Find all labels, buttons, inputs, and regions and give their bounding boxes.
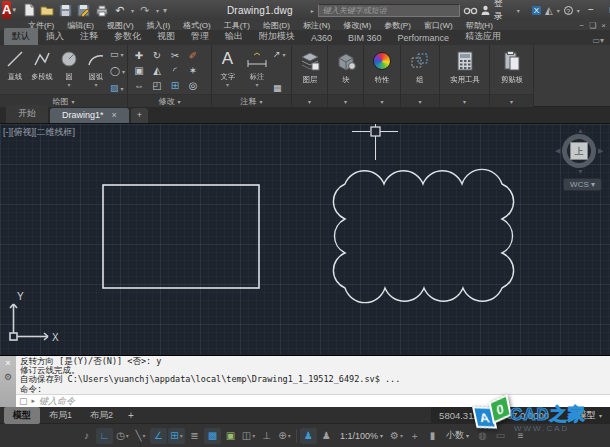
drawing-canvas[interactable]: Y X bbox=[0, 124, 610, 355]
3d-osnap-toggle[interactable]: ◫▾ bbox=[240, 428, 257, 444]
doc-close-button[interactable]: × bbox=[601, 21, 606, 30]
file-tab-drawing1[interactable]: Drawing1* × bbox=[50, 108, 129, 123]
rotate-icon[interactable]: ↻ bbox=[153, 49, 161, 62]
command-close-icon[interactable]: × bbox=[5, 358, 10, 368]
dimension-button[interactable]: 标注 ▾ bbox=[242, 48, 272, 87]
new-file-icon[interactable] bbox=[23, 4, 37, 17]
app-menu-button[interactable]: A bbox=[2, 1, 11, 19]
ribbon-tab-a360[interactable]: A360 bbox=[303, 31, 340, 45]
search-expand-icon[interactable]: ▸ bbox=[311, 7, 314, 14]
wcs-dropdown[interactable]: WCS ▾ bbox=[563, 178, 602, 191]
ribbon-tab-bim360[interactable]: BIM 360 bbox=[340, 31, 390, 45]
viewport-controls[interactable]: [-][俯视][二维线框] bbox=[3, 126, 75, 139]
lineweight-toggle[interactable]: ≣ bbox=[186, 428, 203, 444]
isodraft-toggle[interactable]: ╲▾ bbox=[132, 428, 149, 444]
tab-layout1[interactable]: 布局1 bbox=[40, 407, 81, 424]
block-button[interactable]: 块 bbox=[330, 48, 361, 85]
ribbon-display-toggle-icon[interactable]: ▭▾ bbox=[592, 36, 604, 45]
file-tab-close-icon[interactable]: × bbox=[112, 110, 117, 120]
text-button[interactable]: A 文字 ▾ bbox=[214, 48, 241, 87]
clean-screen-button[interactable]: ▭ bbox=[492, 428, 509, 444]
graphics-performance-toggle[interactable]: ◍ bbox=[474, 428, 491, 444]
ribbon-tab-featured-apps[interactable]: 精选应用 bbox=[457, 28, 509, 45]
ribbon-tab-insert[interactable]: 插入 bbox=[38, 28, 72, 45]
a360-alert-icon[interactable]: ◭ bbox=[545, 5, 553, 16]
viewcube-north-icon[interactable]: ▲ bbox=[577, 127, 584, 134]
new-layout-button[interactable]: + bbox=[122, 410, 140, 421]
dimension-flyout-icon[interactable]: ▾ bbox=[255, 83, 258, 87]
file-tab-start[interactable]: 开始 bbox=[6, 105, 48, 123]
search-binoculars-icon[interactable] bbox=[464, 6, 477, 15]
autoscale-toggle[interactable]: ♟ bbox=[318, 428, 335, 444]
fillet-icon[interactable]: ◜ bbox=[173, 64, 177, 77]
isolate-objects-button[interactable]: ▮ bbox=[424, 428, 441, 444]
object-snap-toggle[interactable]: ⊞▾ bbox=[168, 428, 185, 444]
ribbon-tab-manage[interactable]: 管理 bbox=[183, 28, 217, 45]
undo-icon[interactable]: ↶ bbox=[113, 4, 127, 17]
stretch-icon[interactable]: ⇔ bbox=[134, 79, 144, 92]
search-input[interactable]: 键入关键字或短语 bbox=[318, 4, 460, 17]
scale-icon[interactable]: ◰ bbox=[152, 79, 161, 92]
ribbon-tab-output[interactable]: 输出 bbox=[217, 28, 251, 45]
panel-properties-expand[interactable]: ▾ bbox=[364, 94, 400, 107]
save-icon[interactable] bbox=[59, 4, 73, 17]
window-minimize-button[interactable]: − bbox=[580, 0, 602, 20]
ribbon-tab-parametric[interactable]: 参数化 bbox=[106, 28, 149, 45]
panel-modify-title[interactable]: 修改▾ bbox=[128, 94, 211, 107]
panel-group-expand[interactable]: ▾ bbox=[401, 94, 439, 107]
coordinates-display[interactable]: 5804.312 67 0.0000 模型▾ bbox=[431, 407, 610, 424]
revision-cloud-entity[interactable] bbox=[333, 169, 513, 302]
explode-icon[interactable]: ✶ bbox=[189, 64, 197, 77]
window-maximize-button[interactable]: □ bbox=[602, 0, 610, 20]
viewcube-top-face[interactable]: 上 bbox=[570, 142, 588, 160]
layers-button[interactable]: 图层 bbox=[294, 48, 325, 85]
table-button[interactable]: ▦ bbox=[273, 83, 286, 93]
qat-customize-icon[interactable]: ▾ bbox=[163, 6, 167, 15]
ribbon-tab-addins[interactable]: 附加模块 bbox=[251, 28, 303, 45]
annotation-monitor-toggle[interactable]: ＋ bbox=[406, 428, 423, 444]
command-input-icon[interactable]: ▢ bbox=[19, 396, 28, 406]
move-icon[interactable]: ✚ bbox=[135, 49, 143, 62]
model-space-button[interactable]: 模型▾ bbox=[577, 409, 602, 422]
alert-arrow-icon[interactable]: ▾ bbox=[557, 7, 560, 14]
sign-in-arrow-icon[interactable]: ▾ bbox=[517, 7, 520, 14]
trim-icon[interactable]: ✂ bbox=[171, 49, 179, 62]
text-flyout-icon[interactable]: ▾ bbox=[226, 83, 229, 87]
sign-in-person-icon[interactable] bbox=[481, 5, 490, 15]
ellipse-button[interactable]: ◯▾ bbox=[110, 66, 125, 76]
viewcube[interactable]: ▲ ▼ ◀ ▶ 上 bbox=[556, 130, 604, 178]
mirror-icon[interactable]: ◭ bbox=[153, 64, 161, 77]
properties-button[interactable]: 特性 bbox=[366, 48, 398, 85]
panel-block-expand[interactable]: ▾ bbox=[328, 94, 363, 107]
panel-clipboard-expand[interactable]: ▾ bbox=[490, 94, 533, 107]
customize-status-bar-button[interactable]: ≡ bbox=[512, 428, 529, 444]
viewcube-east-icon[interactable]: ▶ bbox=[598, 147, 603, 155]
open-file-icon[interactable] bbox=[41, 4, 55, 17]
tab-model[interactable]: 模型 bbox=[4, 407, 40, 424]
rectangle-entity[interactable] bbox=[103, 185, 259, 288]
polar-tracking-toggle[interactable]: ◷▾ bbox=[114, 428, 131, 444]
panel-annotate-title[interactable]: 注释▾ bbox=[212, 94, 291, 107]
command-customize-icon[interactable]: ⚙ bbox=[4, 372, 12, 382]
tab-layout2[interactable]: 布局2 bbox=[81, 407, 122, 424]
dynamic-ucs-toggle[interactable]: ⊥ bbox=[258, 428, 275, 444]
clipboard-button[interactable]: 剪贴板 bbox=[492, 48, 531, 85]
undo-arrow-icon[interactable]: ▾ bbox=[131, 7, 134, 14]
rectangle-button[interactable]: ▭▾ bbox=[110, 49, 125, 59]
redo-arrow-icon[interactable]: ▾ bbox=[156, 7, 159, 14]
menu-window[interactable]: 窗口(W) bbox=[424, 20, 453, 31]
arc-button[interactable]: 圆弧 ▾ bbox=[83, 48, 109, 87]
transparency-toggle[interactable]: ▩ bbox=[204, 428, 221, 444]
menu-parametric[interactable]: 参数(P) bbox=[384, 20, 411, 31]
command-recent-arrow-icon[interactable]: ▸ bbox=[32, 397, 36, 405]
doc-restore-button[interactable]: ❏ bbox=[589, 21, 596, 30]
menu-dimension[interactable]: 标注(N) bbox=[303, 20, 330, 31]
redo-icon[interactable]: ↷ bbox=[138, 4, 152, 17]
ribbon-tab-view[interactable]: 视图 bbox=[149, 28, 183, 45]
dynamic-input-toggle[interactable]: ⊕▾ bbox=[276, 428, 293, 444]
annotation-visibility-toggle[interactable]: ♟ bbox=[300, 428, 317, 444]
copy-icon[interactable]: ▣ bbox=[134, 64, 143, 77]
ribbon-tab-performance[interactable]: Performance bbox=[390, 31, 458, 45]
menu-modify[interactable]: 修改(M) bbox=[343, 20, 371, 31]
offset-icon[interactable]: ◎ bbox=[189, 79, 198, 92]
